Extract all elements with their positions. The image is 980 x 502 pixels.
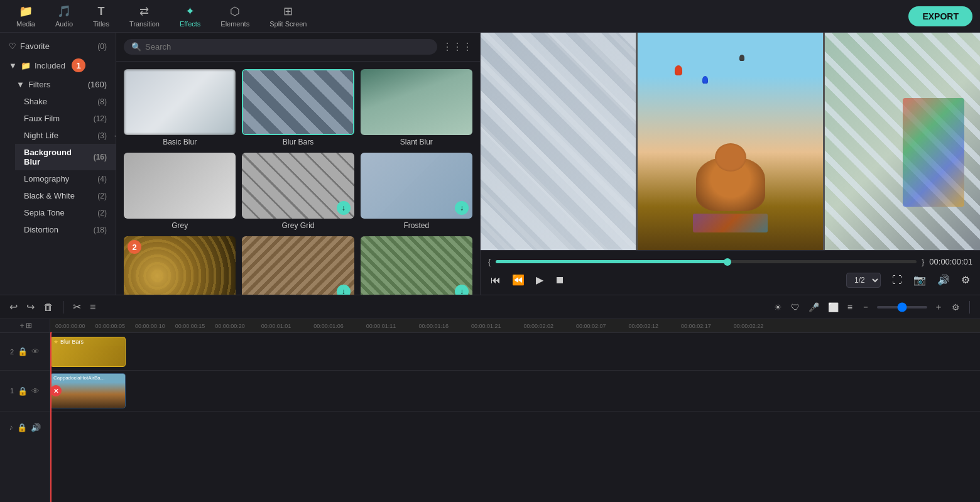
effect-blur-bars-label: Blur Bars (242, 138, 354, 146)
grid-icon[interactable]: ⋮⋮⋮ (442, 41, 472, 53)
download-icon: ↓ (455, 285, 469, 295)
track-2-lock-icon[interactable]: 🔒 (18, 347, 28, 356)
sidebar-faux-film-count: (12) (94, 114, 107, 123)
sidebar-item-night-life[interactable]: Night Life (3) ◀ (15, 127, 116, 144)
redo-button[interactable]: ↪ (24, 299, 36, 315)
mic-button[interactable]: 🎤 (807, 300, 821, 314)
delete-button[interactable]: 🗑 (41, 300, 55, 315)
effect-blur-bars[interactable]: Blur Bars (242, 69, 354, 146)
sun-button[interactable]: ☀ (772, 300, 784, 314)
track-2-eye-icon[interactable]: 👁 (31, 347, 40, 356)
screenshot-button[interactable]: 📷 (911, 271, 928, 288)
track-2-number: 2 (10, 348, 14, 356)
effect-diamonds[interactable]: ↓ Diamonds (361, 236, 472, 295)
progress-bar[interactable] (496, 260, 917, 263)
timeline-ruler: 00:00:00:00 00:00:00:05 00:00:00:10 00:0… (50, 319, 980, 333)
ruler-mark: 00:00:00:00 (50, 323, 90, 329)
effect-basic-blur[interactable]: Basic Blur (124, 69, 236, 146)
sidebar-filters-header[interactable]: ▼ Filters (160) (8, 76, 116, 93)
effect-interwoven[interactable]: ↓ Interwoven (242, 236, 354, 295)
sidebar-item-distortion[interactable]: Distortion (18) (15, 221, 116, 238)
sidebar-item-shake[interactable]: Shake (8) (15, 93, 116, 110)
sidebar-filters-label: Filters (28, 80, 50, 89)
nav-elements[interactable]: ⬡ Elements (212, 1, 258, 31)
audio-lock-icon[interactable]: 🔒 (17, 423, 27, 432)
settings-tl-button[interactable]: ⚙ (950, 300, 962, 314)
add-track-button[interactable]: ＋⊞ (0, 319, 50, 333)
sidebar-black-white-count: (2) (97, 192, 107, 200)
search-box[interactable]: 🔍 (124, 39, 437, 55)
search-input[interactable] (145, 42, 430, 52)
nav-effects[interactable]: ✦ Effects (171, 1, 209, 31)
progress-fill (496, 260, 727, 263)
sidebar-item-sepia-tone[interactable]: Sepia Tone (2) (15, 204, 116, 221)
transition-icon: ⇄ (139, 4, 149, 18)
effect-grey-grid-thumb: ↓ (242, 153, 354, 219)
stop-button[interactable]: ⏹ (552, 272, 567, 288)
sidebar-favorite-label: Favorite (20, 41, 94, 51)
export-button[interactable]: EXPORT (908, 6, 972, 26)
play-button[interactable]: ▶ (533, 271, 546, 288)
effect-rings[interactable]: 2 Rings (124, 236, 236, 295)
subtitle-button[interactable]: ≡ (846, 300, 854, 314)
chevron-down-icon: ▼ (9, 61, 17, 70)
nav-media[interactable]: 📁 Media (8, 1, 44, 31)
ruler-mark: 00:00:02:02 (512, 323, 565, 329)
nav-audio[interactable]: 🎵 Audio (46, 1, 82, 31)
effect-slant-blur-label: Slant Blur (361, 138, 472, 146)
ruler-mark: 00:00:00:15 (170, 323, 210, 329)
track-1-lock-icon[interactable]: 🔒 (18, 386, 28, 396)
settings-button[interactable]: ⚙ (959, 271, 972, 288)
ruler-mark: 00:00:01:16 (407, 323, 460, 329)
sidebar-item-lomography[interactable]: Lomography (4) (15, 170, 116, 187)
list-button[interactable]: ≡ (88, 300, 97, 315)
timeline-scroll-area[interactable]: 00:00:00:00 00:00:00:05 00:00:00:10 00:0… (50, 319, 980, 502)
cut-button[interactable]: ✂ (71, 299, 83, 315)
sidebar-item-black-white[interactable]: Black & White (2) (15, 187, 116, 204)
nav-titles[interactable]: T Titles (84, 1, 118, 31)
shield-button[interactable]: 🛡 (789, 300, 802, 314)
nav-transition[interactable]: ⇄ Transition (121, 1, 168, 31)
folder-icon: 📁 (21, 61, 31, 70)
sidebar-item-favorite[interactable]: ♡ Favorite (0) (0, 38, 116, 55)
skip-back-button[interactable]: ⏮ (488, 272, 503, 288)
effect-slant-blur[interactable]: Slant Blur (361, 69, 472, 146)
ruler-mark: 00:00:01:21 (460, 323, 513, 329)
sidebar-item-faux-film[interactable]: Faux Film (12) (15, 110, 116, 127)
audio-track (50, 412, 980, 443)
progress-handle[interactable] (724, 258, 731, 266)
nav-split-screen[interactable]: ⊞ Split Screen (261, 1, 315, 31)
effects-icon: ✦ (185, 4, 195, 18)
top-navigation: 📁 Media 🎵 Audio T Titles ⇄ Transition ✦ … (0, 0, 980, 33)
undo-button[interactable]: ↩ (8, 299, 19, 315)
effect-blur-bars-thumb (242, 69, 354, 135)
track-1-eye-icon[interactable]: 👁 (31, 386, 40, 396)
effect-interwoven-thumb: ↓ (242, 236, 354, 295)
effect-diamonds-thumb: ↓ (361, 236, 472, 295)
frame-back-button[interactable]: ⏪ (509, 271, 527, 288)
zoom-out-button[interactable]: － (859, 300, 872, 315)
video-clip[interactable]: CappadociaHotAirBa... (50, 373, 126, 408)
volume-button[interactable]: 🔊 (935, 271, 952, 288)
effect-grey-thumb (124, 153, 236, 219)
effects-panel: 🔍 ⋮⋮⋮ Basic Blur Blur Bars (116, 33, 481, 295)
sidebar-included-header[interactable]: ▼ 📁 Included 1 (0, 55, 116, 76)
tracks-area: ▼ ★ Blur Bars (50, 333, 980, 502)
sidebar-item-background-blur[interactable]: Background Blur (16) (15, 144, 116, 170)
error-x-icon: ✕ (53, 388, 58, 395)
blur-bars-clip[interactable]: ★ Blur Bars (50, 337, 126, 367)
zoom-in-button[interactable]: ＋ (932, 300, 945, 315)
caption-button[interactable]: ⬜ (826, 300, 841, 314)
effect-frosted[interactable]: ↓ Frosted (361, 153, 472, 230)
effect-badge-2: 2 (128, 240, 141, 254)
effect-grey-grid[interactable]: ↓ Grey Grid (242, 153, 354, 230)
zoom-slider[interactable] (877, 306, 927, 308)
preview-split (481, 33, 980, 250)
quality-select[interactable]: 1/2 1/1 1/4 (846, 273, 881, 288)
sidebar-favorite-count: (0) (97, 42, 107, 51)
sidebar: ♡ Favorite (0) ▼ 📁 Included 1 ▼ Filters … (0, 33, 116, 295)
effect-grey[interactable]: Grey (124, 153, 236, 230)
preview-controls: { } 00:00:00:01 ⏮ ⏪ ▶ ⏹ 1/2 1/1 1/4 ⛶ (481, 250, 980, 295)
audio-volume-icon[interactable]: 🔊 (31, 423, 41, 432)
fullscreen-button[interactable]: ⛶ (890, 272, 905, 288)
